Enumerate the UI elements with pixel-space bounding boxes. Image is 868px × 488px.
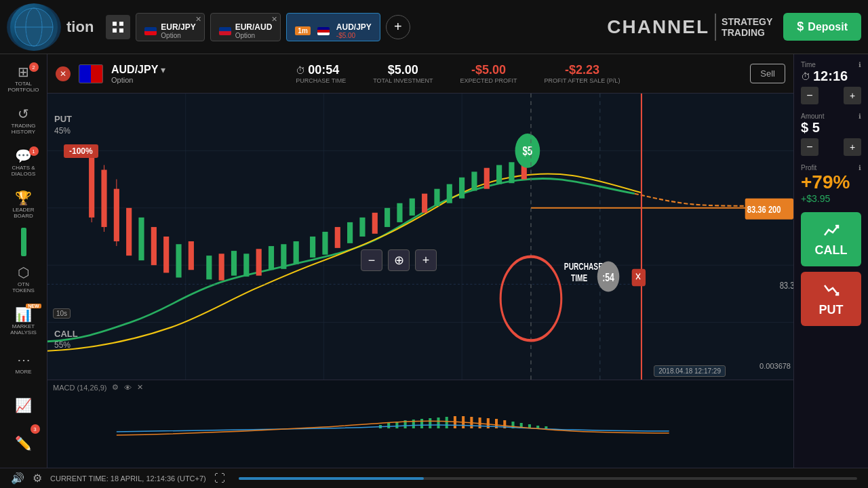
sidebar-item-chats[interactable]: 1 💬 CHATS &DIALOGS bbox=[5, 144, 43, 182]
channel-branding: CHANNEL STRATEGY TRADING bbox=[607, 14, 772, 41]
sidebar-item-chart[interactable]: 📈 bbox=[5, 386, 43, 424]
tab-aud-jpy[interactable]: 1m AUD/JPY -$5.00 bbox=[286, 13, 380, 41]
portfolio-icon: ⊞ bbox=[18, 64, 29, 80]
sidebar-item-portfolio[interactable]: 2 ⊞ TOTAL PORTFOLIO bbox=[5, 60, 43, 98]
svg-rect-26 bbox=[138, 218, 144, 260]
tab-badge: 1m bbox=[295, 26, 310, 35]
amount-minus-button[interactable]: − bbox=[801, 138, 818, 156]
svg-rect-31 bbox=[206, 256, 212, 279]
close-chart-button[interactable]: ✕ bbox=[56, 66, 71, 81]
svg-rect-74 bbox=[387, 423, 390, 428]
amount-plus-button[interactable]: + bbox=[844, 138, 861, 156]
svg-rect-29 bbox=[176, 244, 181, 277]
time-label: Time bbox=[801, 61, 816, 68]
profit-section: Profit ℹ +79% +$3.95 bbox=[801, 164, 861, 204]
sidebar-item-otn[interactable]: ⬡ OTNTOKENS bbox=[5, 260, 43, 298]
date-label: 2018.04.18 12:17:29 bbox=[654, 365, 726, 377]
brand-text: tion bbox=[66, 18, 94, 36]
tab-flag-aud-jpy bbox=[317, 27, 330, 35]
volume-icon[interactable]: 🔊 bbox=[11, 472, 24, 485]
add-tab-button[interactable]: + bbox=[386, 15, 410, 39]
deposit-dollar-icon: $ bbox=[797, 20, 804, 34]
pair-flag-container bbox=[79, 64, 103, 83]
svg-rect-53 bbox=[484, 168, 490, 189]
call-btn-label: CALL bbox=[815, 243, 848, 258]
tab-close-icon-2[interactable]: ✕ bbox=[271, 15, 277, 24]
profit-label: Profit bbox=[801, 164, 816, 171]
svg-rect-7 bbox=[113, 28, 117, 33]
sidebar-item-market[interactable]: NEW 📊 MARKETANALYSIS bbox=[5, 302, 43, 340]
svg-rect-8 bbox=[119, 28, 123, 33]
svg-rect-45 bbox=[384, 208, 390, 227]
tab-sublabel-eur-aud: Option bbox=[235, 32, 273, 39]
zoom-out-button[interactable]: − bbox=[361, 249, 382, 271]
put-action-button[interactable]: PUT bbox=[801, 272, 861, 326]
svg-rect-37 bbox=[281, 244, 286, 269]
current-time: CURRENT TIME: 18 APRIL, 12:14:36 (UTC+7) bbox=[50, 474, 206, 483]
time-section: Time ℹ ⏱ 12:16 − + bbox=[801, 61, 861, 104]
svg-rect-5 bbox=[113, 22, 117, 26]
sell-button[interactable]: Sell bbox=[750, 64, 785, 83]
deposit-button[interactable]: $ Deposit bbox=[783, 13, 861, 41]
crosshair-button[interactable]: ⊕ bbox=[388, 249, 410, 271]
put-label: PUT bbox=[54, 114, 72, 124]
chart-svg: $5 83.36 200 83.34 PURCHASE TIME :54 bbox=[47, 94, 793, 380]
svg-rect-36 bbox=[269, 246, 274, 270]
pair-name: AUD/JPY bbox=[111, 64, 158, 76]
more-label: MORE bbox=[16, 369, 32, 375]
sidebar-item-draw[interactable]: 3 ✏️ bbox=[5, 424, 43, 462]
svg-text:✕: ✕ bbox=[635, 270, 642, 283]
svg-rect-27 bbox=[151, 227, 157, 265]
svg-rect-40 bbox=[322, 232, 328, 255]
settings-icon[interactable]: ⚙ bbox=[112, 383, 119, 392]
call-label: CALL bbox=[54, 329, 78, 339]
tab-label-aud-jpy: AUD/JPY bbox=[336, 22, 372, 32]
svg-text:PURCHASE: PURCHASE bbox=[564, 262, 603, 272]
sidebar-item-history[interactable]: ↺ TRADINGHISTORY bbox=[5, 102, 43, 140]
svg-rect-52 bbox=[471, 171, 477, 190]
logo bbox=[7, 3, 61, 51]
deposit-label: Deposit bbox=[808, 21, 848, 33]
svg-rect-49 bbox=[434, 189, 439, 206]
fullscreen-icon[interactable]: ⛶ bbox=[214, 472, 225, 485]
svg-rect-55 bbox=[509, 162, 514, 183]
leaderboard-icon: 🏆 bbox=[15, 190, 32, 206]
svg-rect-50 bbox=[447, 184, 452, 203]
investment-label: TOTAL INVESTMENT bbox=[373, 77, 433, 84]
svg-rect-34 bbox=[243, 253, 249, 277]
progress-bar bbox=[239, 477, 857, 480]
profit-pct: +79% bbox=[801, 171, 861, 193]
tab-eur-jpy[interactable]: ✕ EUR/JPY Option bbox=[136, 13, 204, 41]
sidebar-item-leaderboard[interactable]: 🏆 LEADERBOARD bbox=[5, 186, 43, 224]
interval-badge: 10s bbox=[53, 308, 71, 319]
svg-text::54: :54 bbox=[602, 271, 614, 283]
zoom-in-button[interactable]: + bbox=[415, 249, 437, 271]
grid-view-button[interactable] bbox=[106, 15, 130, 39]
settings-bottom-icon[interactable]: ⚙ bbox=[33, 472, 42, 485]
macd-label: MACD (14,26,9) bbox=[53, 384, 106, 392]
time-minus-button[interactable]: − bbox=[801, 87, 818, 104]
history-label: TRADINGHISTORY bbox=[12, 123, 36, 136]
tab-eur-aud[interactable]: ✕ EUR/AUD Option bbox=[210, 13, 281, 41]
eye-icon[interactable]: 👁 bbox=[124, 384, 132, 392]
dropdown-arrow-icon[interactable]: ▾ bbox=[161, 64, 165, 75]
svg-rect-78 bbox=[420, 419, 423, 428]
tab-close-icon[interactable]: ✕ bbox=[195, 15, 201, 24]
expected-profit-info: -$5.00 EXPECTED PROFIT bbox=[460, 63, 517, 84]
green-indicator-bar bbox=[21, 228, 26, 256]
sidebar-item-more[interactable]: ⋯ MORE bbox=[5, 344, 43, 382]
svg-rect-30 bbox=[189, 241, 194, 270]
svg-rect-35 bbox=[256, 249, 262, 275]
market-label: MARKETANALYSIS bbox=[10, 324, 37, 336]
close-macd-icon[interactable]: ✕ bbox=[137, 383, 143, 392]
otn-icon: ⬡ bbox=[18, 264, 29, 281]
portfolio-label: TOTAL PORTFOLIO bbox=[5, 81, 43, 94]
tab-label-eur-jpy: EUR/JPY bbox=[161, 22, 195, 32]
svg-rect-47 bbox=[410, 199, 415, 216]
profit-sale-label: PROFIT AFTER SALE (P/L) bbox=[545, 77, 620, 84]
history-icon: ↺ bbox=[18, 106, 29, 122]
svg-rect-43 bbox=[359, 218, 365, 237]
call-action-button[interactable]: CALL bbox=[801, 212, 861, 266]
svg-rect-48 bbox=[422, 194, 427, 213]
time-plus-button[interactable]: + bbox=[844, 87, 861, 104]
